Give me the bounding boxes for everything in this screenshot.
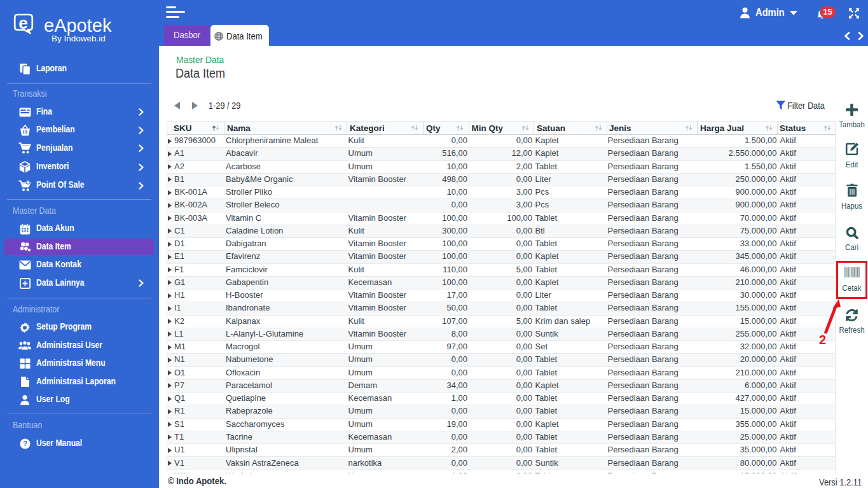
- svg-text:e: e: [18, 13, 27, 32]
- svg-text:?: ?: [23, 440, 27, 447]
